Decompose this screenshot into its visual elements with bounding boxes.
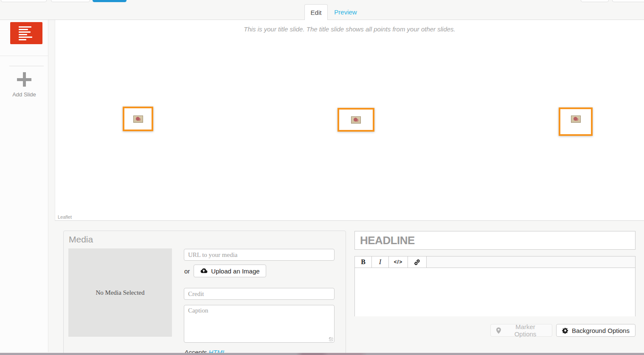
- media-url-input[interactable]: [184, 249, 335, 261]
- no-media-label: No Media Selected: [96, 289, 145, 296]
- map-marker[interactable]: [337, 108, 374, 132]
- resize-grip-icon[interactable]: [329, 337, 333, 341]
- insert-link-button[interactable]: [408, 256, 427, 268]
- thumb-text-line: [19, 31, 31, 33]
- editor-toolbar: B I </>: [355, 256, 635, 268]
- top-toolbar-button-4[interactable]: [612, 0, 644, 2]
- bottom-edge-strip: [0, 353, 644, 355]
- title-slide-thumbnail[interactable]: [10, 22, 42, 44]
- italic-button[interactable]: I: [372, 256, 389, 268]
- background-options-label: Background Options: [572, 327, 630, 334]
- headline-input[interactable]: [354, 231, 636, 250]
- map-marker[interactable]: [123, 107, 153, 131]
- media-panel-title: Media: [69, 234, 93, 245]
- marker-options-label: Marker Options: [504, 323, 546, 338]
- upload-image-button[interactable]: Upload an Image: [194, 265, 266, 277]
- sidebar-divider: [9, 66, 44, 66]
- bold-button[interactable]: B: [355, 256, 372, 268]
- tab-preview[interactable]: Preview: [331, 4, 360, 20]
- map-pin-icon: [496, 327, 501, 334]
- media-panel: Media No Media Selected or Upload an Ima…: [63, 231, 346, 355]
- media-caption-input[interactable]: [184, 305, 335, 343]
- map-marker[interactable]: [559, 107, 593, 136]
- slide-sidebar: Add Slide: [0, 20, 48, 352]
- add-slide-button[interactable]: Add Slide: [0, 71, 48, 109]
- top-toolbar-button-1[interactable]: [1, 0, 47, 2]
- top-toolbar-button-2[interactable]: [51, 0, 90, 2]
- media-preview-box: No Media Selected: [68, 248, 172, 337]
- thumb-text-line: [19, 39, 26, 40]
- thumb-text-line: [19, 34, 27, 35]
- description-text-area[interactable]: [355, 268, 635, 316]
- link-icon: [414, 259, 420, 265]
- thumb-text-line: [19, 29, 28, 30]
- thumb-text-line: [19, 26, 31, 28]
- cloud-upload-icon: [200, 268, 208, 274]
- top-toolbar-button-3[interactable]: [581, 0, 609, 2]
- tab-edit[interactable]: Edit: [304, 4, 328, 20]
- top-toolbar-button-blue[interactable]: [93, 0, 127, 2]
- upload-image-label: Upload an Image: [211, 268, 259, 275]
- add-slide-label: Add Slide: [0, 91, 48, 98]
- rich-text-editor: B I </>: [354, 256, 636, 316]
- background-options-button[interactable]: Background Options: [556, 324, 636, 337]
- gear-icon: [562, 327, 568, 334]
- code-button[interactable]: </>: [389, 256, 408, 268]
- marker-thumbnail-image: [571, 116, 581, 123]
- map-canvas[interactable]: This is your title slide. The title slid…: [55, 20, 644, 221]
- marker-options-button[interactable]: Marker Options: [490, 324, 552, 337]
- slide-list-section: [0, 20, 48, 56]
- title-slide-hint: This is your title slide. The title slid…: [55, 25, 644, 33]
- marker-thumbnail-image: [351, 116, 361, 124]
- or-label: or: [184, 268, 190, 275]
- media-credit-input[interactable]: [184, 288, 335, 300]
- plus-icon: [16, 71, 33, 88]
- marker-thumbnail-image: [133, 116, 143, 123]
- leaflet-attribution-link[interactable]: Leaflet: [58, 214, 72, 220]
- thumb-text-line: [19, 37, 32, 38]
